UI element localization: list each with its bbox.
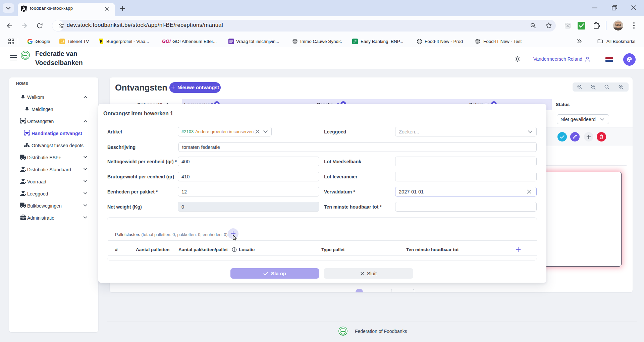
svg-text:Voedselbanken: Voedselbanken (340, 334, 346, 335)
svg-text:Belgische: Belgische (341, 327, 345, 329)
svg-text:Voedselbanken: Voedselbanken (22, 58, 29, 59)
svg-text:Belgische: Belgische (23, 51, 28, 53)
